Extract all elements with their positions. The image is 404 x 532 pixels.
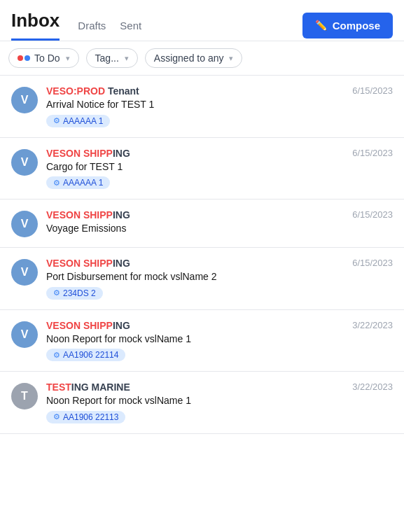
message-header-row: VESO:PROD Tenant 6/15/2023: [46, 85, 393, 97]
sender-rest: ING: [113, 209, 130, 220]
message-item[interactable]: V VESON SHIPPING 6/15/2023 Voyage Emissi…: [0, 200, 404, 248]
inbox-tab[interactable]: Inbox: [11, 10, 60, 41]
header-left: Inbox Drafts Sent: [11, 10, 147, 41]
assigned-chevron-icon: ▾: [229, 54, 233, 63]
message-header-row: VESON SHIPPING 6/15/2023: [46, 209, 393, 220]
avatar: V: [11, 211, 38, 237]
message-header-row: VESON SHIPPING 6/15/2023: [46, 148, 393, 159]
message-header-row: VESON SHIPPING 3/22/2023: [46, 320, 393, 331]
message-date: 6/15/2023: [352, 148, 393, 158]
message-subject: Noon Report for mock vslName 1: [46, 395, 393, 406]
tag-icon: ⚙: [53, 351, 60, 360]
message-subject: Cargo for TEST 1: [46, 161, 393, 172]
tag-badge: ⚙ AAAAAA 1: [46, 176, 110, 189]
message-date: 3/22/2023: [352, 320, 393, 330]
tag-value: AA1906 22114: [63, 350, 118, 360]
status-chevron-icon: ▾: [66, 54, 70, 63]
message-date: 6/15/2023: [352, 209, 393, 220]
message-content: VESON SHIPPING 6/15/2023 Cargo for TEST …: [46, 148, 393, 190]
sent-tab[interactable]: Sent: [114, 20, 147, 41]
message-content: VESON SHIPPING 3/22/2023 Noon Report for…: [46, 320, 393, 362]
sender-name: VESON SHIPPING: [46, 209, 130, 220]
tag-value: AAAAAA 1: [63, 116, 103, 126]
assigned-filter[interactable]: Assigned to any ▾: [145, 48, 243, 68]
tag-value: AAAAAA 1: [63, 178, 103, 188]
sender-name: VESON SHIPPING: [46, 320, 130, 331]
avatar: V: [11, 321, 38, 348]
sender-highlight: VESO:PROD: [46, 85, 105, 97]
message-content: VESON SHIPPING 6/15/2023 Port Disburseme…: [46, 258, 393, 300]
tag-badge: ⚙ 234DS 2: [46, 287, 103, 300]
message-content: VESO:PROD Tenant 6/15/2023 Arrival Notic…: [46, 85, 393, 127]
sender-name: VESON SHIPPING: [46, 258, 130, 269]
message-subject: Noon Report for mock vslName 1: [46, 333, 393, 344]
message-date: 3/22/2023: [352, 382, 393, 392]
sender-highlight: VESON SHIPP: [46, 148, 113, 159]
tag-icon: ⚙: [53, 178, 60, 188]
message-date: 6/15/2023: [352, 85, 393, 96]
filter-bar: To Do ▾ Tag... ▾ Assigned to any ▾: [0, 41, 404, 76]
sender-name: TESTING MARINE: [46, 382, 130, 393]
tag-icon: ⚙: [53, 288, 60, 298]
message-item[interactable]: T TESTING MARINE 3/22/2023 Noon Report f…: [0, 372, 404, 434]
sender-rest: Tenant: [105, 85, 139, 97]
message-content: VESON SHIPPING 6/15/2023 Voyage Emission…: [46, 209, 393, 237]
message-item[interactable]: V VESO:PROD Tenant 6/15/2023 Arrival Not…: [0, 76, 404, 138]
avatar: V: [11, 259, 38, 286]
header: Inbox Drafts Sent ✏️ Compose: [0, 0, 404, 41]
avatar: T: [11, 383, 38, 410]
message-subject: Port Disbursement for mock vslName 2: [46, 271, 393, 282]
tag-filter-label: Tag...: [95, 52, 119, 64]
message-subject: Arrival Notice for TEST 1: [46, 99, 393, 110]
status-dot-icon: [18, 55, 30, 61]
tag-badge: ⚙ AA1906 22113: [46, 411, 125, 424]
sender-name: VESON SHIPPING: [46, 148, 130, 159]
message-date: 6/15/2023: [352, 258, 393, 268]
tag-icon: ⚙: [53, 412, 60, 421]
message-item[interactable]: V VESON SHIPPING 6/15/2023 Cargo for TES…: [0, 138, 404, 200]
compose-label: Compose: [333, 20, 380, 31]
tag-badge: ⚙ AA1906 22114: [46, 349, 125, 361]
avatar: V: [11, 87, 38, 113]
status-filter-label: To Do: [34, 52, 60, 64]
assigned-filter-label: Assigned to any: [154, 52, 224, 64]
sender-name: VESO:PROD Tenant: [46, 85, 139, 97]
pencil-icon: ✏️: [315, 20, 327, 31]
message-content: TESTING MARINE 3/22/2023 Noon Report for…: [46, 382, 393, 424]
drafts-tab[interactable]: Drafts: [72, 20, 111, 41]
dot-blue: [25, 55, 30, 61]
compose-button[interactable]: ✏️ Compose: [302, 13, 393, 38]
sender-rest: ING: [113, 258, 130, 269]
tag-filter[interactable]: Tag... ▾: [86, 48, 138, 68]
sender-rest: ING: [113, 148, 130, 159]
tag-icon: ⚙: [53, 116, 60, 125]
message-item[interactable]: V VESON SHIPPING 6/15/2023 Port Disburse…: [0, 248, 404, 310]
tag-badge: ⚙ AAAAAA 1: [46, 115, 110, 127]
message-item[interactable]: V VESON SHIPPING 3/22/2023 Noon Report f…: [0, 310, 404, 372]
sender-rest: ING: [113, 320, 130, 331]
sender-highlight: VESON SHIPP: [46, 320, 113, 331]
sender-highlight: VESON SHIPP: [46, 209, 113, 220]
tag-value: 234DS 2: [63, 288, 96, 298]
nav-tabs: Drafts Sent: [72, 20, 147, 41]
tag-value: AA1906 22113: [63, 412, 118, 422]
message-header-row: TESTING MARINE 3/22/2023: [46, 382, 393, 393]
message-list: V VESO:PROD Tenant 6/15/2023 Arrival Not…: [0, 76, 404, 434]
avatar: V: [11, 149, 38, 176]
sender-rest: ING MARINE: [71, 382, 130, 393]
message-header-row: VESON SHIPPING 6/15/2023: [46, 258, 393, 269]
sender-highlight: VESON SHIPP: [46, 258, 113, 269]
status-filter[interactable]: To Do ▾: [8, 48, 79, 68]
message-subject: Voyage Emissions: [46, 223, 393, 234]
sender-highlight: TEST: [46, 382, 71, 393]
tag-chevron-icon: ▾: [125, 54, 129, 63]
dot-red: [18, 55, 23, 61]
